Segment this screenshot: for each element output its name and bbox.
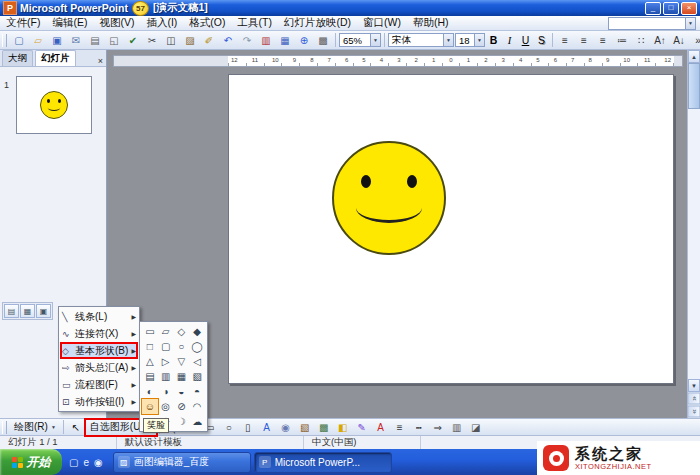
menu-item[interactable]: 文件(F)	[0, 16, 46, 30]
text-box-icon[interactable]: ▯	[239, 418, 257, 436]
shape-cell[interactable]: ▱	[158, 324, 174, 339]
previous-slide-button[interactable]: «	[688, 393, 700, 405]
undo-icon[interactable]: ↶	[219, 31, 237, 49]
shape-cell[interactable]: ◒	[174, 384, 190, 399]
pane-tab[interactable]: 幻灯片	[35, 50, 76, 66]
autoshapes-item-connectors[interactable]: ∿ 连接符(X) ▶	[60, 325, 138, 342]
shape-cell[interactable]: ⊘	[174, 399, 190, 414]
normal-view-icon[interactable]: ▤	[4, 304, 19, 318]
menu-item[interactable]: 格式(O)	[183, 16, 231, 30]
spelling-icon[interactable]: ✔	[124, 31, 142, 49]
draw-menu-button[interactable]: 绘图(R) ▼	[10, 420, 60, 435]
menu-item[interactable]: 编辑(E)	[46, 16, 93, 30]
threed-style-icon[interactable]: ◪	[467, 418, 485, 436]
shape-cell[interactable]: ▦	[174, 369, 190, 384]
bullets-icon[interactable]: ∷	[632, 31, 650, 49]
show-grid-icon[interactable]: ▩	[314, 31, 332, 49]
slide-thumbnail[interactable]	[16, 76, 92, 134]
help-question-box[interactable]: ▼	[608, 17, 696, 30]
shape-cell[interactable]: ◠	[189, 399, 205, 414]
font-color-icon[interactable]: A	[372, 418, 390, 436]
redo-icon[interactable]: ↷	[238, 31, 256, 49]
shape-cell[interactable]: ◎	[158, 399, 174, 414]
close-button[interactable]: ×	[681, 2, 697, 15]
autoshapes-item-block-arrows[interactable]: ⇨ 箭头总汇(A) ▶	[60, 359, 138, 376]
next-slide-button[interactable]: »	[688, 406, 700, 418]
shape-cell[interactable]: ☁	[189, 414, 205, 429]
insert-hyperlink-icon[interactable]: ⊕	[295, 31, 313, 49]
underline-button[interactable]: U	[518, 32, 533, 48]
slide-sorter-view-icon[interactable]: ▦	[20, 304, 35, 318]
format-painter-icon[interactable]: ✐	[200, 31, 218, 49]
toolbar-grip[interactable]	[2, 34, 7, 47]
slide-canvas[interactable]	[228, 74, 674, 384]
shape-cell[interactable]: ▤	[142, 369, 158, 384]
shape-cell[interactable]: □	[142, 339, 158, 354]
numbering-icon[interactable]: ≔	[613, 31, 631, 49]
wordart-icon[interactable]: A	[258, 418, 276, 436]
scroll-down-button[interactable]: ▼	[688, 379, 700, 392]
toolbar-grip[interactable]	[2, 421, 7, 434]
insert-chart-icon[interactable]: ▥	[257, 31, 275, 49]
save-icon[interactable]: ▣	[48, 31, 66, 49]
smiley-face-shape[interactable]	[332, 141, 446, 255]
media-player-icon[interactable]: ◉	[94, 457, 103, 468]
toolbar-options-icon[interactable]: »	[689, 31, 700, 49]
show-desktop-icon[interactable]: ▢	[69, 457, 78, 468]
start-button[interactable]: 开始	[0, 449, 62, 475]
shape-cell[interactable]: ☽	[174, 414, 190, 429]
align-center-icon[interactable]: ≡	[575, 31, 593, 49]
shape-cell[interactable]: ▧	[189, 369, 205, 384]
font-size-combobox[interactable]: 18 ▼	[455, 33, 485, 47]
clip-art-icon[interactable]: ▧	[296, 418, 314, 436]
shape-cell[interactable]: ▢	[158, 339, 174, 354]
shape-cell[interactable]: ▥	[158, 369, 174, 384]
text-shadow-button[interactable]: S	[534, 32, 549, 48]
close-pane-icon[interactable]: ×	[98, 56, 103, 66]
email-icon[interactable]: ✉	[67, 31, 85, 49]
taskbar-task-button[interactable]: ▨ 画图编辑器_百度	[113, 452, 251, 473]
menu-item[interactable]: 插入(I)	[140, 16, 183, 30]
autoshapes-item-basic-shapes[interactable]: ◇ 基本形状(B) ▶	[60, 342, 138, 359]
shape-cell[interactable]: ◐	[142, 384, 158, 399]
line-color-icon[interactable]: ✎	[353, 418, 371, 436]
select-objects-icon[interactable]: ↖	[67, 418, 85, 436]
menu-item[interactable]: 工具(T)	[232, 16, 278, 30]
slideshow-view-icon[interactable]: ▣	[36, 304, 51, 318]
shape-cell[interactable]: △	[142, 354, 158, 369]
shape-cell[interactable]: ▭	[142, 324, 158, 339]
shape-cell[interactable]: ○	[174, 339, 190, 354]
menu-item[interactable]: 视图(V)	[93, 16, 140, 30]
diagram-icon[interactable]: ◉	[277, 418, 295, 436]
autoshapes-item-flowchart[interactable]: ▭ 流程图(F) ▶	[60, 376, 138, 393]
shape-cell[interactable]: ◁	[189, 354, 205, 369]
autoshapes-item-action-buttons[interactable]: ⊡ 动作按钮(I) ▶	[60, 393, 138, 410]
internet-explorer-icon[interactable]: e	[83, 457, 89, 468]
vertical-scrollbar[interactable]: ▲ ▼ « »	[687, 50, 700, 418]
font-name-combobox[interactable]: 宋体 ▼	[388, 33, 454, 47]
copy-icon[interactable]: ◫	[162, 31, 180, 49]
insert-table-icon[interactable]: ▦	[276, 31, 294, 49]
decrease-font-size-icon[interactable]: A↓	[670, 31, 688, 49]
shape-cell[interactable]: ▽	[174, 354, 190, 369]
scrollbar-thumb[interactable]	[688, 63, 700, 109]
zoom-combobox[interactable]: 65% ▼	[339, 33, 381, 47]
autoshapes-item-lines[interactable]: ╲ 线条(L) ▶	[60, 308, 138, 325]
minimize-button[interactable]: _	[645, 2, 661, 15]
open-icon[interactable]: ▱	[29, 31, 47, 49]
shape-cell[interactable]: ◑	[158, 384, 174, 399]
print-icon[interactable]: ▤	[86, 31, 104, 49]
insert-picture-icon[interactable]: ▩	[315, 418, 333, 436]
increase-font-size-icon[interactable]: A↑	[651, 31, 669, 49]
bold-button[interactable]: B	[486, 32, 501, 48]
shape-cell[interactable]: ◆	[189, 324, 205, 339]
shape-cell[interactable]: ▷	[158, 354, 174, 369]
shape-cell[interactable]: ◇	[174, 324, 190, 339]
menu-item[interactable]: 帮助(H)	[407, 16, 455, 30]
menu-item[interactable]: 窗口(W)	[357, 16, 407, 30]
italic-button[interactable]: I	[502, 32, 517, 48]
maximize-button[interactable]: □	[663, 2, 679, 15]
shape-cell[interactable]: ◓	[189, 384, 205, 399]
shape-cell[interactable]: ◯	[189, 339, 205, 354]
shape-cell[interactable]: ☺	[142, 399, 158, 414]
